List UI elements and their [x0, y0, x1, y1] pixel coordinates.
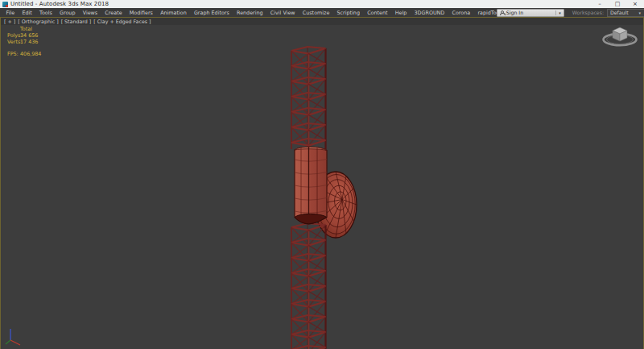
user-icon: [500, 10, 504, 15]
menu-help[interactable]: Help: [391, 10, 411, 16]
sign-in-button[interactable]: Sign In ▾: [497, 9, 564, 17]
menu-group[interactable]: Group: [56, 10, 79, 16]
world-axis-tripod: [6, 329, 20, 345]
menu-3dground[interactable]: 3DGROUND: [411, 10, 448, 16]
menu-edit[interactable]: Edit: [19, 10, 36, 16]
window-controls: – □ ×: [591, 0, 644, 8]
workspaces-value: Default: [610, 10, 629, 15]
menu-rendering[interactable]: Rendering: [233, 10, 266, 16]
menu-graph-editors[interactable]: Graph Editors: [190, 10, 233, 16]
chevron-down-icon: ▾: [555, 10, 561, 15]
sign-in-label: Sign In: [506, 10, 523, 15]
menu-create[interactable]: Create: [101, 10, 126, 16]
menu-items: FileEditToolsGroupViewsCreateModifiersAn…: [0, 8, 505, 17]
menu-modifiers[interactable]: Modifiers: [126, 10, 156, 16]
menu-right-cluster: Sign In ▾ Workspaces: Default ▾: [497, 8, 644, 17]
menu-file[interactable]: File: [2, 10, 19, 16]
chevron-down-icon: ▾: [638, 10, 641, 15]
workspaces-dropdown[interactable]: Default ▾: [607, 9, 644, 17]
menu-bar: FileEditToolsGroupViewsCreateModifiersAn…: [0, 8, 644, 17]
viewport[interactable]: [ + ][ Orthographic ][ Standard ][ Clay …: [0, 17, 644, 349]
title-bar: Untitled - Autodesk 3ds Max 2018 – □ ×: [0, 0, 644, 8]
menu-views[interactable]: Views: [79, 10, 101, 16]
model-cylinder[interactable]: [295, 147, 327, 223]
workspaces-label: Workspaces:: [572, 10, 604, 15]
menu-animation[interactable]: Animation: [157, 10, 191, 16]
viewcube[interactable]: [604, 27, 637, 45]
app-icon: [2, 2, 8, 7]
menu-civil-view[interactable]: Civil View: [266, 10, 299, 16]
menu-corona[interactable]: Corona: [448, 10, 474, 16]
menu-customize[interactable]: Customize: [299, 10, 333, 16]
menu-scripting[interactable]: Scripting: [333, 10, 364, 16]
close-icon[interactable]: ×: [626, 0, 644, 8]
window-title: Untitled - Autodesk 3ds Max 2018: [10, 1, 109, 7]
menu-content[interactable]: Content: [364, 10, 392, 16]
minimize-icon[interactable]: –: [591, 0, 609, 8]
menu-tools[interactable]: Tools: [35, 10, 56, 16]
scene-canvas[interactable]: [0, 17, 644, 349]
maximize-icon[interactable]: □: [609, 0, 626, 8]
